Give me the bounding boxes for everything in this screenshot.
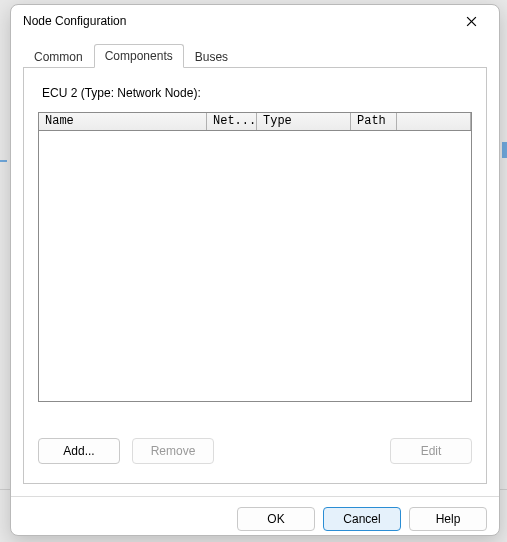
close-button[interactable] (453, 7, 489, 35)
grid-header: Name Net... Type Path (39, 113, 471, 131)
column-header-fill (397, 113, 471, 130)
column-header-name[interactable]: Name (39, 113, 207, 130)
add-button[interactable]: Add... (38, 438, 120, 464)
help-button[interactable]: Help (409, 507, 487, 531)
ok-button[interactable]: OK (237, 507, 315, 531)
column-header-type[interactable]: Type (257, 113, 351, 130)
tabstrip: Common Components Buses (23, 43, 487, 67)
tab-common[interactable]: Common (23, 45, 94, 68)
titlebar: Node Configuration (11, 5, 499, 37)
column-header-path[interactable]: Path (351, 113, 397, 130)
grid-body[interactable] (39, 131, 471, 401)
close-icon (466, 16, 477, 27)
cancel-button[interactable]: Cancel (323, 507, 401, 531)
tab-panel-components: ECU 2 (Type: Network Node): Name Net... … (23, 67, 487, 484)
dialog-window: Node Configuration Common Components Bus… (10, 4, 500, 536)
components-grid[interactable]: Name Net... Type Path (38, 112, 472, 402)
client-area: Common Components Buses ECU 2 (Type: Net… (11, 37, 499, 496)
tab-components[interactable]: Components (94, 44, 184, 68)
panel-button-row: Add... Remove Edit (38, 438, 472, 464)
dialog-button-bar: OK Cancel Help (11, 496, 499, 535)
window-title: Node Configuration (23, 14, 453, 28)
column-header-net[interactable]: Net... (207, 113, 257, 130)
ecu-label: ECU 2 (Type: Network Node): (42, 86, 472, 100)
remove-button: Remove (132, 438, 214, 464)
edit-button: Edit (390, 438, 472, 464)
tab-buses[interactable]: Buses (184, 45, 239, 68)
